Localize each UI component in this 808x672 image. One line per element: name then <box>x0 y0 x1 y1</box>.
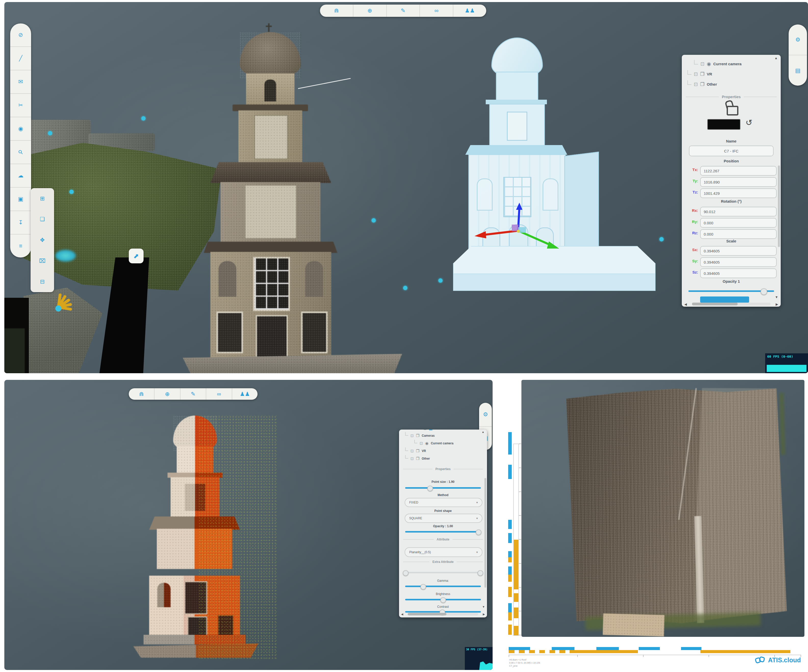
menu-tool-button[interactable]: ≡ <box>10 235 31 257</box>
snapshot-tool-button[interactable]: ◉ <box>10 117 31 141</box>
disable-tool-button[interactable]: ⊘ <box>10 23 31 47</box>
tree-item-other[interactable]: ⊡ ❐ Other <box>688 82 717 87</box>
lock-toggle[interactable] <box>727 106 738 115</box>
scan-position-marker[interactable] <box>48 131 52 135</box>
name-input[interactable]: C7 - IFC <box>689 145 774 156</box>
checkbox-icon[interactable]: ⊡ <box>420 441 423 445</box>
tree-item-other[interactable]: ⊡ ❐ Other <box>405 457 430 460</box>
tree-item-vr[interactable]: ⊡ ❐ VR <box>405 449 426 453</box>
checkbox-icon[interactable]: ⊡ <box>694 72 698 77</box>
range-low-handle[interactable] <box>403 570 409 576</box>
horizontal-scrollbar[interactable] <box>408 613 478 615</box>
scroll-up-button[interactable]: ▲ <box>482 430 484 434</box>
scroll-down-button[interactable]: ▼ <box>775 295 778 299</box>
axis-value-input[interactable]: 0.000 <box>700 218 776 228</box>
axis-value-input[interactable]: 0.394605 <box>700 246 776 256</box>
checkbox-icon[interactable]: ⊡ <box>411 449 414 453</box>
gamma-slider[interactable] <box>405 584 481 589</box>
scroll-right-button[interactable]: ▶ <box>483 613 485 616</box>
scrollbar-thumb[interactable] <box>408 613 446 615</box>
slider-handle[interactable] <box>440 597 446 603</box>
scan-position-marker[interactable] <box>659 237 664 242</box>
delete-object-button[interactable]: ⌧ <box>31 250 54 272</box>
scan-position-marker[interactable] <box>403 286 407 290</box>
scrollbar-thumb[interactable] <box>692 303 738 305</box>
horizontal-scrollbar[interactable] <box>692 303 771 305</box>
slider-handle[interactable] <box>761 288 767 295</box>
checkbox-icon[interactable]: ⊡ <box>694 82 698 87</box>
scan-position-marker[interactable] <box>438 278 442 283</box>
settings-button[interactable]: ⚙ <box>479 403 492 427</box>
axis-value-input[interactable]: 1016.890 <box>700 177 776 187</box>
tree-item-cameras[interactable]: ⊡ ❐ Cameras <box>405 434 435 437</box>
collaborate-button[interactable]: ♟♟ <box>453 5 486 17</box>
slider-handle[interactable] <box>427 486 433 491</box>
brightness-slider[interactable] <box>405 597 481 602</box>
slider-handle[interactable] <box>476 530 481 535</box>
scan-position-marker[interactable] <box>69 190 74 194</box>
settings-button[interactable]: ⚙ <box>789 25 807 55</box>
scan-spinner[interactable] <box>57 285 88 308</box>
axis-value-input[interactable]: 90.012 <box>700 207 776 217</box>
save-object-button[interactable]: ⊟ <box>31 271 54 292</box>
explore-button[interactable]: ⋒ <box>129 388 155 400</box>
slider-handle[interactable] <box>421 584 426 590</box>
roof-canvas[interactable] <box>521 380 805 637</box>
checkbox-icon[interactable]: ⊡ <box>700 62 704 66</box>
method-dropdown[interactable]: FIXED ▾ <box>405 498 482 507</box>
annotate-button[interactable]: ✎ <box>387 5 420 17</box>
explore-button[interactable]: ⋒ <box>320 5 353 17</box>
annotate-button[interactable]: ✎ <box>180 388 206 400</box>
clip-tool-button[interactable]: ✂ <box>10 94 31 117</box>
color-swatch[interactable] <box>707 119 740 130</box>
point-size-slider[interactable] <box>405 486 481 490</box>
globe-view-button[interactable]: ⊕ <box>353 5 387 17</box>
range-slider[interactable] <box>404 570 482 575</box>
scroll-up-button[interactable]: ▲ <box>775 56 778 60</box>
layers-button[interactable]: ▤ <box>789 55 807 86</box>
scan-position-marker[interactable] <box>372 218 376 223</box>
vr-mode-button[interactable]: ∞ <box>206 388 232 400</box>
tree-item-partial[interactable]: ⊡ ▣ <box>424 430 433 430</box>
vertical-scrollbar[interactable] <box>778 165 780 247</box>
scroll-left-button[interactable]: ◀ <box>684 303 687 306</box>
tree-item-vr[interactable]: ⊡ ❐ VR <box>688 72 712 77</box>
opacity-slider[interactable] <box>405 530 481 534</box>
add-object-button[interactable]: ⊞ <box>31 188 54 209</box>
main-3d-viewport[interactable]: ✝ <box>4 2 808 373</box>
assets-tool-button[interactable]: ▣ <box>10 188 31 211</box>
cloud-tool-button[interactable]: ☁ <box>10 164 31 188</box>
scroll-down-button[interactable]: ▼ <box>482 605 485 608</box>
reset-color-button[interactable]: ↺ <box>746 118 753 127</box>
scroll-left-button[interactable]: ◀ <box>401 613 403 616</box>
attribute-dropdown[interactable]: Planarity__(0.5) ▾ <box>405 547 482 557</box>
checkbox-icon[interactable]: ⊡ <box>411 457 414 460</box>
axis-value-input[interactable]: 0.394605 <box>700 257 776 267</box>
axis-value-input[interactable]: 1122.267 <box>700 166 776 176</box>
transform-gizmo[interactable] <box>471 202 568 266</box>
search-tool-button[interactable]: ⚲ <box>10 141 31 164</box>
axis-value-input[interactable]: 0.394605 <box>700 268 776 278</box>
point-shape-dropdown[interactable]: SQUARE ▾ <box>405 514 482 523</box>
vertical-scrollbar[interactable] <box>484 478 486 588</box>
download-tool-button[interactable]: ↧ <box>10 211 31 235</box>
checkbox-icon[interactable]: ⊡ <box>424 430 427 430</box>
range-high-handle[interactable] <box>477 570 483 576</box>
duplicate-object-button[interactable]: ❏ <box>31 209 54 230</box>
apply-button[interactable] <box>700 297 749 303</box>
collaborate-button[interactable]: ♟♟ <box>232 388 257 400</box>
opacity-slider[interactable] <box>688 288 774 294</box>
ortho-roof-viewport[interactable]: H0.Barn +1 Roof 0.98 x 7.50 0, 20.085 x … <box>506 380 808 670</box>
expand-button[interactable]: ⬈ <box>129 248 144 263</box>
tree-item-current-camera[interactable]: ⊡ ◉ Current camera <box>694 62 741 66</box>
checkbox-icon[interactable]: ⊡ <box>411 434 414 437</box>
measure-tool-button[interactable]: ╱ <box>10 47 31 70</box>
comment-tool-button[interactable]: ✉ <box>10 70 31 94</box>
comparison-3d-viewport[interactable]: ⋒⊕✎∞♟♟ ⚙▤ ▲ ⊡ ▣ ⊡ ❐ Cameras ⊡ ◉ Current … <box>4 380 492 670</box>
vr-mode-button[interactable]: ∞ <box>420 5 453 17</box>
axis-value-input[interactable]: 1001.429 <box>700 188 776 198</box>
scroll-right-button[interactable]: ▶ <box>776 303 778 306</box>
ifc-model[interactable] <box>422 34 665 307</box>
tree-item-current-camera[interactable]: ⊡ ◉ Current camera <box>414 441 453 445</box>
scan-position-marker[interactable] <box>141 116 145 120</box>
